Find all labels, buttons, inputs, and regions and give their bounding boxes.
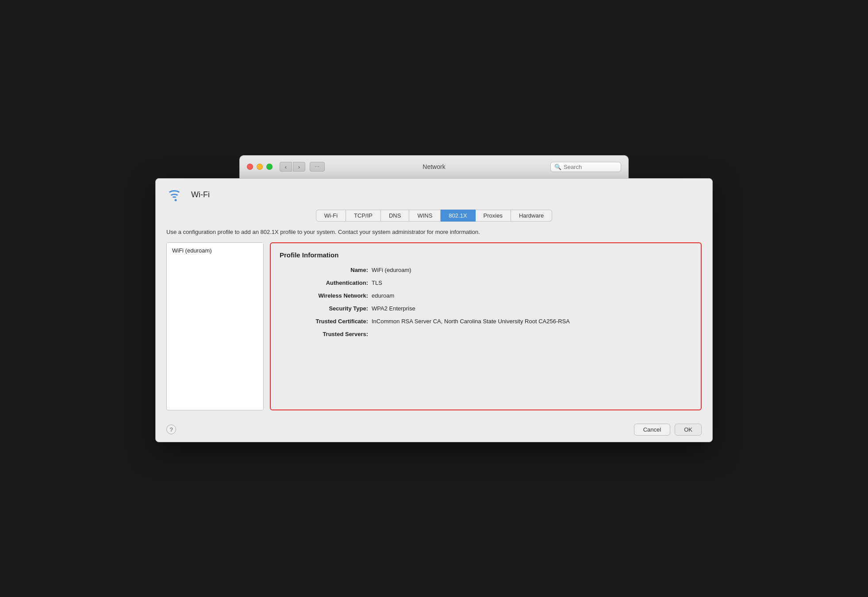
description-text: Use a configuration profile to add an 80… (166, 229, 702, 235)
search-bar: 🔍 (550, 162, 621, 172)
nav-buttons: ‹ › (280, 162, 305, 172)
tab-wifi[interactable]: Wi-Fi (316, 210, 346, 222)
security-value: WPA2 Enterprise (372, 305, 415, 312)
trusted-servers-label: Trusted Servers: (280, 331, 368, 337)
minimize-button[interactable] (257, 164, 263, 170)
wifi-icon (166, 188, 185, 203)
auth-value: TLS (372, 279, 382, 286)
back-button[interactable]: ‹ (280, 162, 292, 172)
traffic-lights (247, 164, 273, 170)
profile-list: WiFi (eduroam) (166, 242, 264, 410)
network-value: eduroam (372, 292, 394, 299)
window-footer: ? Cancel OK (156, 417, 712, 442)
ok-button[interactable]: OK (675, 424, 702, 436)
forward-button[interactable]: › (293, 162, 305, 172)
list-item[interactable]: WiFi (eduroam) (167, 243, 263, 258)
window-title: Network (422, 163, 445, 170)
grid-button[interactable]: ⋯ (310, 162, 325, 172)
tab-wins[interactable]: WINS (409, 210, 441, 222)
search-input[interactable] (564, 164, 617, 170)
info-row-auth: Authentication: TLS (280, 279, 692, 286)
profile-info-panel: Profile Information Name: WiFi (eduroam)… (270, 242, 702, 410)
maximize-button[interactable] (266, 164, 273, 170)
profile-info-title: Profile Information (280, 251, 692, 259)
tab-tcpip[interactable]: TCP/IP (346, 210, 381, 222)
trusted-servers-row: Trusted Servers: (280, 331, 692, 337)
network-label: Wireless Network: (280, 292, 368, 299)
info-row-name: Name: WiFi (eduroam) (280, 267, 692, 273)
search-icon: 🔍 (554, 164, 561, 170)
panel-title: Wi-Fi (191, 190, 210, 199)
title-bar: ‹ › ⋯ Network 🔍 (239, 155, 629, 178)
tab-hardware[interactable]: Hardware (511, 210, 552, 222)
cert-label: Trusted Certificate: (280, 318, 368, 325)
cert-value: InCommon RSA Server CA, North Carolina S… (372, 318, 570, 325)
tab-proxies[interactable]: Proxies (476, 210, 511, 222)
name-label: Name: (280, 267, 368, 273)
security-label: Security Type: (280, 305, 368, 312)
content-area: WiFi (eduroam) Profile Information Name:… (166, 242, 702, 410)
auth-label: Authentication: (280, 279, 368, 286)
info-row-network: Wireless Network: eduroam (280, 292, 692, 299)
close-button[interactable] (247, 164, 253, 170)
help-button[interactable]: ? (166, 425, 176, 434)
cancel-button[interactable]: Cancel (634, 424, 670, 436)
tab-dns[interactable]: DNS (381, 210, 409, 222)
tab-8021x[interactable]: 802.1X (441, 210, 475, 222)
tabs-row: Wi-Fi TCP/IP DNS WINS 802.1X Proxies Har… (156, 210, 712, 222)
info-row-security: Security Type: WPA2 Enterprise (280, 305, 692, 312)
info-row-cert: Trusted Certificate: InCommon RSA Server… (280, 318, 692, 325)
name-value: WiFi (eduroam) (372, 267, 411, 273)
window-header: Wi-Fi (156, 179, 712, 210)
main-window: Wi-Fi Wi-Fi TCP/IP DNS WINS 802.1X Proxi… (155, 178, 713, 442)
